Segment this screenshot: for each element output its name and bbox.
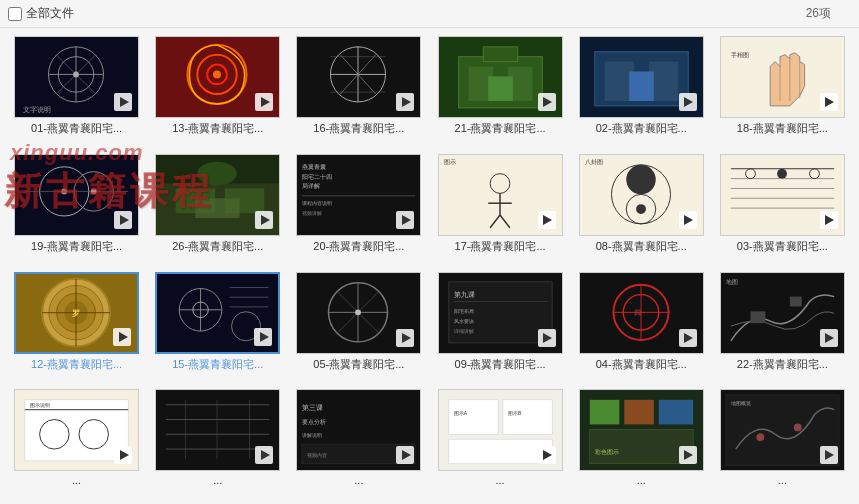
video-item-v26[interactable]: 26-燕翼青襄阳宅... (151, 154, 284, 264)
svg-rect-117 (790, 297, 802, 307)
svg-rect-141 (503, 400, 552, 434)
play-triangle-v05 (402, 333, 411, 343)
video-label-v01: 01-燕翼青襄阳宅... (14, 121, 139, 136)
select-all-text: 全部文件 (26, 5, 74, 22)
video-item-vr6[interactable]: 地图概览 ... (716, 389, 849, 496)
video-label-vr4: ... (438, 474, 563, 486)
play-triangle-vr3 (402, 450, 411, 460)
thumb-wrapper-vr3: 第三课 要点分析 讲解说明 视频内容 (296, 389, 421, 471)
play-icon-v09[interactable] (538, 329, 556, 347)
thumb-wrapper-v12: 罗 (14, 272, 139, 354)
play-icon-vr3[interactable] (396, 446, 414, 464)
svg-text:讲解说明: 讲解说明 (302, 432, 322, 438)
play-icon-vr6[interactable] (820, 446, 838, 464)
video-label-v17: 17-燕翼青襄阳宅... (438, 239, 563, 254)
play-icon-v05[interactable] (396, 329, 414, 347)
svg-point-76 (777, 169, 787, 179)
video-grid: 文字说明 01-燕翼青襄阳宅... 13-燕翼青襄阳宅... 16-燕翼青襄阳宅… (0, 28, 859, 504)
video-label-v20: 20-燕翼青襄阳宅... (296, 239, 421, 254)
svg-point-101 (355, 310, 361, 316)
video-item-v22[interactable]: 地图 22-燕翼青襄阳宅... (716, 272, 849, 382)
thumb-wrapper-v03 (720, 154, 845, 236)
svg-point-49 (198, 162, 237, 186)
play-icon-v21[interactable] (538, 93, 556, 111)
video-item-v12[interactable]: 罗 12-燕翼青襄阳宅... (10, 272, 143, 382)
video-label-v13: 13-燕翼青襄阳宅... (155, 121, 280, 136)
thumb-wrapper-v16 (296, 36, 421, 118)
svg-text:图示B: 图示B (507, 411, 521, 416)
svg-rect-146 (590, 400, 620, 425)
thumb-wrapper-vr1: 图示说明 (14, 389, 139, 471)
svg-text:图示说明: 图示说明 (30, 402, 50, 408)
play-icon-v17[interactable] (538, 211, 556, 229)
video-label-vr6: ... (720, 474, 845, 486)
video-item-vr3[interactable]: 第三课 要点分析 讲解说明 视频内容 ... (292, 389, 425, 496)
video-item-v21[interactable]: 21-燕翼青襄阳宅... (434, 36, 567, 146)
play-icon-v20[interactable] (396, 211, 414, 229)
svg-text:八卦图: 八卦图 (585, 159, 603, 165)
svg-text:彩色图示: 彩色图示 (594, 449, 618, 455)
play-icon-vr5[interactable] (679, 446, 697, 464)
play-icon-v02[interactable] (679, 93, 697, 111)
thumb-wrapper-v08: 八卦图 (579, 154, 704, 236)
svg-text:第三课: 第三课 (302, 404, 323, 411)
video-label-vr5: ... (579, 474, 704, 486)
video-label-v12: 12-燕翼青襄阳宅... (14, 357, 139, 372)
video-label-v18: 18-燕翼青襄阳宅... (720, 121, 845, 136)
play-icon-v13[interactable] (255, 93, 273, 111)
video-item-v01[interactable]: 文字说明 01-燕翼青襄阳宅... (10, 36, 143, 146)
video-label-v15: 15-燕翼青襄阳宅... (155, 357, 280, 372)
thumb-wrapper-v15 (155, 272, 280, 354)
play-icon-v04[interactable] (679, 329, 697, 347)
video-item-v15[interactable]: 15-燕翼青襄阳宅... (151, 272, 284, 382)
video-item-vr5[interactable]: 彩色图示 ... (575, 389, 708, 496)
video-label-vr1: ... (14, 474, 139, 486)
video-item-vr1[interactable]: 图示说明 ... (10, 389, 143, 496)
video-item-v05[interactable]: 05-燕翼青襄阳宅... (292, 272, 425, 382)
play-icon-v01[interactable] (114, 93, 132, 111)
video-item-v08[interactable]: 八卦图 08-燕翼青襄阳宅... (575, 154, 708, 264)
svg-text:图示: 图示 (443, 159, 455, 165)
video-item-v19[interactable]: 19-燕翼青襄阳宅... (10, 154, 143, 264)
svg-text:四: 四 (634, 309, 641, 316)
play-icon-vr1[interactable] (114, 446, 132, 464)
play-icon-v12[interactable] (113, 328, 131, 346)
play-icon-v03[interactable] (820, 211, 838, 229)
play-icon-v15[interactable] (254, 328, 272, 346)
play-icon-v19[interactable] (114, 211, 132, 229)
video-item-v13[interactable]: 13-燕翼青襄阳宅... (151, 36, 284, 146)
play-icon-v22[interactable] (820, 329, 838, 347)
video-item-v02[interactable]: 02-燕翼青襄阳宅... (575, 36, 708, 146)
play-triangle-v21 (543, 97, 552, 107)
play-icon-vr2[interactable] (255, 446, 273, 464)
play-icon-vr4[interactable] (538, 446, 556, 464)
video-item-v09[interactable]: 第九课 阳宅布局 风水要诀 详细讲解 09-燕翼青襄阳宅... (434, 272, 567, 382)
video-item-v18[interactable]: 手相图 18-燕翼青襄阳宅... (716, 36, 849, 146)
svg-point-67 (636, 205, 646, 215)
select-all-label[interactable]: 全部文件 (8, 5, 74, 22)
select-all-checkbox[interactable] (8, 7, 22, 21)
play-icon-v18[interactable] (820, 93, 838, 111)
play-icon-v26[interactable] (255, 211, 273, 229)
video-item-v16[interactable]: 16-燕翼青襄阳宅... (292, 36, 425, 146)
svg-text:要点分析: 要点分析 (302, 419, 326, 425)
video-label-v26: 26-燕翼青襄阳宅... (155, 239, 280, 254)
thumb-wrapper-v26 (155, 154, 280, 236)
play-triangle-v18 (825, 97, 834, 107)
play-icon-v16[interactable] (396, 93, 414, 111)
thumb-wrapper-vr4: 图示A 图示B (438, 389, 563, 471)
video-item-v17[interactable]: 图示 17-燕翼青襄阳宅... (434, 154, 567, 264)
video-item-vr2[interactable]: ... (151, 389, 284, 496)
video-label-v21: 21-燕翼青襄阳宅... (438, 121, 563, 136)
video-item-v04[interactable]: 四 04-燕翼青襄阳宅... (575, 272, 708, 382)
svg-rect-116 (750, 312, 765, 324)
video-item-vr4[interactable]: 图示A 图示B ... (434, 389, 567, 496)
video-item-v03[interactable]: 03-燕翼青襄阳宅... (716, 154, 849, 264)
svg-text:视频讲解: 视频讲解 (302, 210, 322, 216)
play-icon-v08[interactable] (679, 211, 697, 229)
video-label-v09: 09-燕翼青襄阳宅... (438, 357, 563, 372)
play-triangle-v20 (402, 215, 411, 225)
svg-point-43 (91, 189, 97, 195)
video-item-v20[interactable]: 燕翼青囊 阳宅二十四 局详解 课程内容说明 视频讲解 20-燕翼青襄阳宅... (292, 154, 425, 264)
svg-text:阳宅布局: 阳宅布局 (453, 308, 473, 314)
